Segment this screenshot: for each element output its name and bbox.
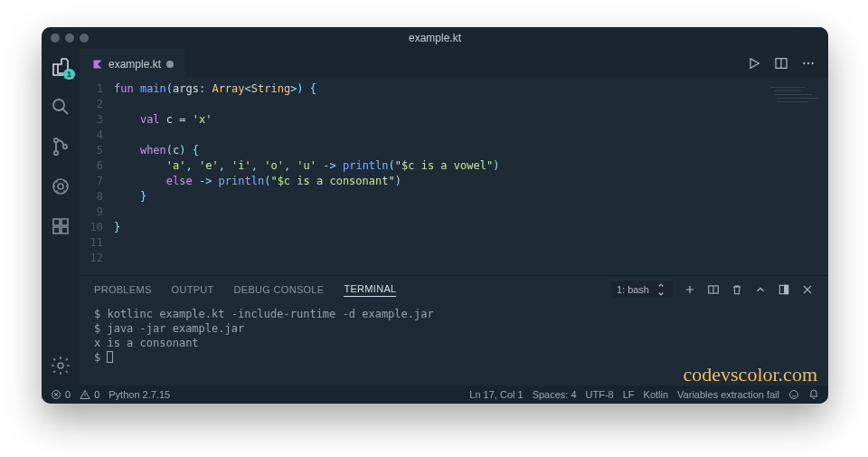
split-terminal-icon[interactable] bbox=[707, 283, 720, 296]
svg-point-12 bbox=[803, 62, 805, 64]
debug-icon[interactable] bbox=[50, 176, 71, 197]
tab-problems[interactable]: PROBLEMS bbox=[94, 284, 152, 295]
tab-output[interactable]: OUTPUT bbox=[172, 284, 214, 295]
line-gutter: 123456789101112 bbox=[80, 78, 114, 275]
status-encoding[interactable]: UTF-8 bbox=[586, 389, 614, 400]
svg-rect-17 bbox=[785, 285, 788, 293]
settings-gear-icon[interactable] bbox=[50, 355, 71, 376]
svg-point-4 bbox=[53, 179, 68, 194]
tab-terminal[interactable]: TERMINAL bbox=[344, 283, 396, 297]
search-icon[interactable] bbox=[50, 96, 71, 118]
maximize-dot[interactable] bbox=[80, 33, 89, 43]
status-extra[interactable]: Variables extraction fail bbox=[677, 389, 779, 400]
svg-rect-8 bbox=[53, 227, 60, 233]
status-position[interactable]: Ln 17, Col 1 bbox=[469, 389, 523, 400]
status-language[interactable]: Kotlin bbox=[644, 389, 669, 400]
titlebar: example.kt bbox=[42, 27, 828, 49]
window-body: 1 exa bbox=[42, 49, 828, 386]
more-icon[interactable] bbox=[801, 56, 816, 71]
kotlin-file-icon bbox=[92, 59, 103, 70]
status-bar: 0 0 Python 2.7.15 Ln 17, Col 1 Spaces: 4… bbox=[42, 386, 828, 404]
vscode-window: example.kt 1 bbox=[42, 27, 828, 404]
svg-rect-9 bbox=[61, 227, 68, 233]
svg-rect-6 bbox=[53, 219, 60, 225]
code-content: fun main(args: Array<String>) { val c = … bbox=[114, 81, 828, 266]
minimap[interactable] bbox=[767, 85, 821, 107]
kill-terminal-icon[interactable] bbox=[731, 283, 743, 296]
window-title: example.kt bbox=[409, 32, 461, 44]
status-feedback-icon[interactable] bbox=[788, 389, 799, 400]
terminal-select[interactable]: 1: bash bbox=[611, 281, 673, 298]
run-icon[interactable] bbox=[747, 56, 761, 71]
maximize-panel-icon[interactable] bbox=[778, 283, 790, 296]
status-spaces[interactable]: Spaces: 4 bbox=[533, 389, 577, 400]
status-warnings[interactable]: 0 bbox=[80, 389, 99, 400]
extensions-icon[interactable] bbox=[50, 215, 71, 237]
status-bell-icon[interactable] bbox=[808, 389, 819, 400]
status-errors[interactable]: 0 bbox=[51, 389, 71, 400]
svg-point-3 bbox=[63, 145, 67, 148]
tab-debug-console[interactable]: DEBUG CONSOLE bbox=[234, 284, 325, 295]
minimize-dot[interactable] bbox=[65, 33, 74, 43]
status-eol[interactable]: LF bbox=[623, 389, 635, 400]
tab-modified-dot bbox=[166, 61, 174, 68]
close-panel-icon[interactable] bbox=[801, 283, 814, 296]
svg-point-0 bbox=[53, 100, 64, 110]
status-python[interactable]: Python 2.7.15 bbox=[108, 389, 170, 400]
svg-rect-7 bbox=[61, 219, 68, 225]
panel-actions: 1: bash bbox=[611, 281, 814, 298]
svg-point-1 bbox=[54, 138, 58, 142]
source-control-icon[interactable] bbox=[50, 136, 71, 157]
svg-point-10 bbox=[58, 363, 63, 368]
split-editor-icon[interactable] bbox=[774, 56, 788, 71]
editor-group: example.kt 123456789101112 fun main(args… bbox=[80, 49, 828, 386]
chevron-up-icon[interactable] bbox=[754, 283, 767, 296]
dropdown-icon bbox=[655, 283, 667, 296]
new-terminal-icon[interactable] bbox=[684, 283, 696, 296]
code-editor[interactable]: 123456789101112 fun main(args: Array<Str… bbox=[80, 78, 828, 275]
svg-point-13 bbox=[807, 62, 809, 64]
tab-example[interactable]: example.kt bbox=[80, 49, 186, 78]
tab-bar: example.kt bbox=[80, 49, 828, 78]
tab-filename: example.kt bbox=[108, 58, 161, 71]
svg-point-5 bbox=[58, 184, 63, 189]
close-dot[interactable] bbox=[51, 33, 60, 43]
svg-point-2 bbox=[54, 151, 58, 155]
terminal-output[interactable]: $ kotlinc example.kt -include-runtime -d… bbox=[80, 303, 828, 386]
editor-actions bbox=[747, 49, 828, 78]
bottom-panel: PROBLEMS OUTPUT DEBUG CONSOLE TERMINAL 1… bbox=[80, 275, 828, 386]
activity-bar: 1 bbox=[42, 49, 80, 386]
explorer-badge: 1 bbox=[63, 69, 75, 80]
window-controls bbox=[51, 33, 89, 43]
svg-point-19 bbox=[790, 391, 798, 399]
panel-tabs: PROBLEMS OUTPUT DEBUG CONSOLE TERMINAL 1… bbox=[80, 276, 828, 303]
explorer-icon[interactable]: 1 bbox=[50, 56, 71, 78]
svg-point-14 bbox=[812, 62, 814, 64]
